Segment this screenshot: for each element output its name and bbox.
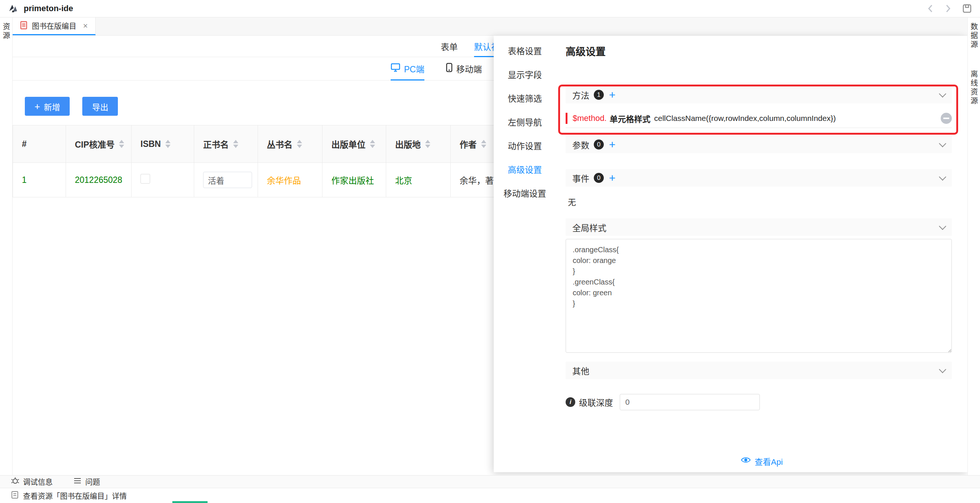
tab-pc[interactable]: PC端 — [391, 57, 425, 80]
cascade-depth-input[interactable] — [620, 394, 760, 410]
col-cip[interactable]: CIP核准号 — [66, 125, 132, 163]
section-global-style: 全局样式 .orangeClass{ color: orange } .gree… — [566, 219, 952, 354]
method-item[interactable]: $method. 单元格样式 cellClassName({row,rowInd… — [566, 109, 952, 128]
datasource-panel-toggle[interactable]: 数据源 — [969, 22, 979, 50]
sort-icon[interactable] — [119, 140, 124, 148]
status-text: 查看资源「图书在版编目」详情 — [23, 490, 127, 501]
nav-item-table-settings[interactable]: 表格设置 — [494, 38, 556, 62]
status-bar: 查看资源「图书在版编目」详情 — [0, 488, 980, 503]
settings-nav: 表格设置 显示字段 快速筛选 左侧导航 动作设置 高级设置 移动端设置 — [494, 36, 556, 472]
editor-tab-label: 图书在版编目 — [32, 21, 76, 31]
export-button[interactable]: 导出 — [82, 97, 118, 116]
right-side-strip: 数据源 离线资源 — [967, 18, 980, 503]
issues-label: 问题 — [85, 476, 100, 487]
global-style-textarea[interactable]: .orangeClass{ color: orange } .greenClas… — [566, 239, 952, 353]
resources-panel-toggle[interactable]: 资源 — [1, 22, 11, 40]
cascade-depth-label: 级联深度 — [579, 396, 613, 409]
title-input[interactable] — [203, 172, 252, 188]
col-series[interactable]: 丛书名 — [258, 125, 323, 163]
methods-label: 方法 — [572, 89, 589, 101]
col-publisher[interactable]: 出版单位 — [323, 125, 386, 163]
sort-icon[interactable] — [297, 140, 302, 148]
section-other-header[interactable]: 其他 — [566, 362, 952, 379]
chevron-down-icon[interactable] — [940, 91, 945, 99]
cell-isbn — [132, 163, 194, 197]
cell-cip: 2012265028 — [66, 163, 132, 197]
sort-icon[interactable] — [481, 140, 486, 148]
export-button-label: 导出 — [92, 101, 108, 112]
methods-count-badge: 1 — [594, 90, 604, 100]
cell-place: 北京 — [386, 163, 451, 197]
events-empty-text: 无 — [568, 195, 952, 208]
params-label: 参数 — [572, 138, 589, 151]
settings-panel: 高级设置 方法 1 + $method. 单元格样式 cellClassName… — [556, 36, 967, 472]
settings-drawer: 表格设置 显示字段 快速筛选 左侧导航 动作设置 高级设置 移动端设置 高级设置… — [494, 36, 967, 472]
method-signature: cellClassName({row,rowIndex,column,colum… — [654, 114, 836, 123]
tab-pc-label: PC端 — [404, 62, 425, 75]
save-icon[interactable] — [962, 4, 972, 13]
editor-tab-book-cip[interactable]: 图书在版编目 × — [13, 18, 95, 35]
add-method-button[interactable]: + — [609, 89, 616, 101]
offline-resources-panel-toggle[interactable]: 离线资源 — [969, 70, 979, 106]
cell-index: 1 — [13, 163, 66, 197]
chevron-down-icon[interactable] — [940, 141, 945, 149]
view-api-label: 查看Api — [755, 455, 783, 467]
col-index: # — [13, 125, 66, 163]
settings-title: 高级设置 — [566, 44, 952, 56]
cell-series: 余华作品 — [258, 163, 323, 197]
sort-icon[interactable] — [425, 140, 430, 148]
document-icon — [20, 21, 27, 31]
nav-item-mobile-settings[interactable]: 移动端设置 — [494, 181, 556, 205]
add-event-button[interactable]: + — [609, 172, 616, 184]
tab-form-label: 表单 — [441, 40, 458, 53]
debug-info-button[interactable]: 调试信息 — [11, 476, 52, 487]
nav-item-display-fields[interactable]: 显示字段 — [494, 62, 556, 86]
sort-icon[interactable] — [165, 140, 170, 148]
isbn-checkbox[interactable] — [140, 174, 150, 184]
section-global-style-header[interactable]: 全局样式 — [566, 219, 952, 236]
nav-forward-icon[interactable] — [944, 4, 952, 13]
debug-bar: 调试信息 问题 — [0, 475, 980, 488]
add-param-button[interactable]: + — [609, 139, 616, 150]
view-api-link[interactable]: 查看Api — [741, 455, 783, 467]
chevron-down-icon[interactable] — [940, 224, 945, 231]
sort-icon[interactable] — [233, 140, 238, 148]
close-icon[interactable]: × — [83, 21, 88, 31]
nav-item-quick-filter[interactable]: 快速筛选 — [494, 86, 556, 110]
col-title[interactable]: 正书名 — [194, 125, 258, 163]
table-row: 1 2012265028 余华作品 作家出版社 北京 余华，著 — [13, 163, 532, 197]
section-events-header[interactable]: 事件 0 + — [566, 169, 952, 187]
col-place[interactable]: 出版地 — [386, 125, 451, 163]
other-label: 其他 — [572, 364, 589, 377]
global-style-label: 全局样式 — [572, 221, 606, 234]
section-methods-header[interactable]: 方法 1 + — [566, 86, 952, 104]
col-isbn[interactable]: ISBN — [132, 125, 194, 163]
debug-info-label: 调试信息 — [23, 476, 52, 487]
eye-icon — [741, 456, 751, 466]
issues-button[interactable]: 问题 — [73, 476, 100, 487]
chevron-down-icon[interactable] — [940, 174, 945, 182]
editor-tabbar: 图书在版编目 × — [13, 18, 967, 36]
sort-icon[interactable] — [370, 140, 375, 148]
nav-back-icon[interactable] — [927, 4, 934, 13]
nav-item-action-settings[interactable]: 动作设置 — [494, 134, 556, 157]
cell-title — [194, 163, 258, 197]
app-logo-icon — [8, 3, 19, 14]
cell-publisher: 作家出版社 — [323, 163, 386, 197]
chevron-down-icon[interactable] — [940, 367, 945, 374]
section-params-header[interactable]: 参数 0 + — [566, 136, 952, 153]
tab-mobile[interactable]: 移动端 — [446, 57, 482, 80]
add-button[interactable]: + 新增 — [25, 97, 70, 116]
bottom-progress-indicator — [172, 501, 208, 503]
status-doc-icon — [11, 491, 19, 501]
data-table: # CIP核准号 ISBN 正书名 丛书名 出版单位 出版地 作者 1 2012… — [13, 125, 532, 197]
list-icon — [73, 477, 81, 486]
tab-mobile-label: 移动端 — [456, 62, 482, 75]
nav-item-left-nav[interactable]: 左侧导航 — [494, 110, 556, 134]
events-label: 事件 — [572, 172, 589, 184]
nav-item-advanced-settings[interactable]: 高级设置 — [494, 157, 556, 181]
remove-method-button[interactable] — [941, 113, 952, 124]
section-events: 事件 0 + 无 — [566, 169, 952, 208]
params-count-badge: 0 — [594, 139, 604, 150]
tab-form[interactable]: 表单 — [441, 36, 458, 57]
